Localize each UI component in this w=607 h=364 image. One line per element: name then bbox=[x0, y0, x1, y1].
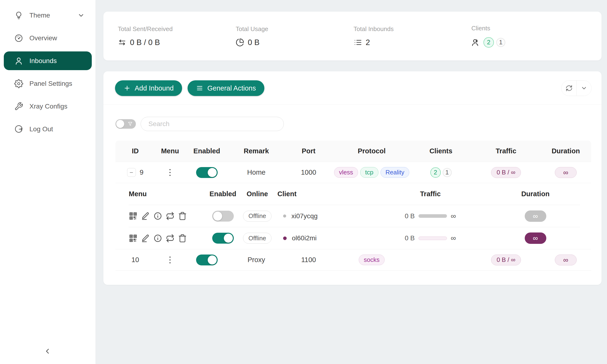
sidebar-item-overview[interactable]: Overview bbox=[4, 29, 92, 47]
col-header-online: Online bbox=[237, 190, 277, 198]
toggle-knob bbox=[224, 234, 233, 243]
info-icon[interactable] bbox=[153, 234, 162, 243]
client-status-dot bbox=[283, 236, 287, 240]
search-input[interactable] bbox=[141, 117, 284, 131]
sidebar-item-label: Panel Settings bbox=[29, 80, 85, 88]
pie-chart-icon bbox=[236, 38, 244, 47]
duration-pill: ∞ bbox=[525, 210, 546, 222]
info-icon[interactable] bbox=[153, 212, 162, 221]
protocol-tag: socks bbox=[359, 255, 384, 265]
inbound-remark: Home bbox=[229, 169, 284, 176]
stat-clients: Clients 2 1 bbox=[471, 25, 589, 48]
client-name: ol60i2mi bbox=[292, 234, 317, 242]
col-header-clients: Clients bbox=[410, 147, 472, 155]
sidebar-item-inbounds[interactable]: Inbounds bbox=[4, 52, 92, 70]
traffic-progress-bar bbox=[419, 214, 447, 218]
traffic-used: 0 B bbox=[405, 212, 415, 220]
client-enabled-toggle[interactable] bbox=[212, 211, 234, 221]
expanded-client-section: Menu Enabled Online Client Traffic Durat… bbox=[116, 183, 591, 249]
people-icon bbox=[471, 38, 480, 47]
add-inbound-button[interactable]: Add Inbound bbox=[115, 80, 182, 96]
client-name: xi07ycqg bbox=[291, 212, 318, 220]
col-header-enabled: Enabled bbox=[209, 190, 237, 198]
client-table-header-row: Menu Enabled Online Client Traffic Durat… bbox=[129, 183, 580, 205]
sidebar-item-xray-configs[interactable]: Xray Configs bbox=[4, 97, 92, 116]
clients-disabled-badge: 1 bbox=[443, 168, 452, 177]
table-header-row: ID Menu Enabled Remark Port Protocol Cli… bbox=[116, 141, 591, 162]
qrcode-icon[interactable] bbox=[129, 234, 138, 243]
chevron-left-icon bbox=[43, 347, 52, 355]
sidebar-item-panel-settings[interactable]: Panel Settings bbox=[4, 74, 92, 93]
client-row: Offline ol60i2mi 0 B ∞ ∞ bbox=[129, 227, 580, 249]
speedometer-icon bbox=[14, 34, 23, 43]
inbound-enabled-toggle[interactable] bbox=[196, 255, 218, 265]
col-header-duration: Duration bbox=[540, 147, 591, 155]
filter-toggle[interactable] bbox=[116, 119, 136, 129]
edit-icon[interactable] bbox=[141, 212, 150, 221]
refresh-button[interactable] bbox=[561, 80, 576, 96]
sidebar-item-label: Xray Configs bbox=[29, 103, 85, 110]
inbound-enabled-toggle[interactable] bbox=[196, 167, 218, 178]
delete-icon[interactable] bbox=[178, 234, 187, 243]
stats-card: Total Sent/Received 0 B / 0 B Total Usag… bbox=[103, 12, 602, 60]
clients-online-badge: 2 bbox=[430, 167, 441, 178]
sidebar-collapse-button[interactable] bbox=[40, 344, 54, 358]
sidebar-item-theme[interactable]: Theme bbox=[4, 6, 92, 25]
stat-total-usage: Total Usage 0 B bbox=[236, 25, 354, 47]
row-menu-kebab-icon[interactable] bbox=[166, 167, 174, 178]
refresh-dropdown-button[interactable] bbox=[576, 80, 591, 96]
list-icon bbox=[354, 38, 362, 47]
stat-value: 0 B / 0 B bbox=[130, 38, 160, 47]
wrench-icon bbox=[14, 102, 23, 111]
duration-pill: ∞ bbox=[525, 233, 546, 244]
protocol-tag: tcp bbox=[360, 167, 378, 178]
col-header-id: ID bbox=[116, 147, 155, 155]
online-status-badge: Offline bbox=[243, 211, 272, 221]
reset-icon[interactable] bbox=[166, 234, 174, 243]
col-header-remark: Remark bbox=[229, 147, 284, 155]
col-header-menu: Menu bbox=[129, 190, 209, 198]
general-actions-button[interactable]: General Actions bbox=[187, 80, 264, 96]
traffic-pill: 0 B / ∞ bbox=[491, 255, 521, 265]
traffic-progress-bar bbox=[419, 236, 447, 240]
qrcode-icon[interactable] bbox=[129, 212, 138, 221]
sidebar: Theme Overview Inbounds Panel Settings bbox=[0, 0, 95, 364]
stat-label: Total Usage bbox=[236, 25, 354, 33]
plus-icon bbox=[123, 85, 131, 92]
stat-value: 0 B bbox=[248, 38, 260, 47]
refresh-icon bbox=[566, 85, 572, 91]
protocol-tag: Reality bbox=[381, 167, 409, 178]
edit-icon[interactable] bbox=[141, 234, 150, 243]
collapse-row-button[interactable] bbox=[127, 168, 136, 177]
toggle-knob bbox=[208, 168, 217, 177]
search-row bbox=[103, 105, 602, 131]
reset-icon[interactable] bbox=[166, 212, 174, 221]
add-inbound-label: Add Inbound bbox=[135, 84, 173, 92]
main-content: Total Sent/Received 0 B / 0 B Total Usag… bbox=[95, 0, 607, 364]
inbound-id: 9 bbox=[140, 169, 144, 176]
inbound-remark: Proxy bbox=[229, 256, 284, 264]
chevron-down-icon bbox=[581, 85, 587, 91]
stat-total-inbounds: Total Inbounds 2 bbox=[354, 25, 471, 47]
delete-icon[interactable] bbox=[178, 212, 187, 221]
table-row: 10 Proxy 1100 socks 0 bbox=[116, 249, 591, 271]
client-row: Offline xi07ycqg 0 B ∞ ∞ bbox=[129, 205, 580, 227]
row-menu-kebab-icon[interactable] bbox=[166, 254, 174, 266]
toolbar: Add Inbound General Actions bbox=[103, 71, 602, 96]
col-header-enabled: Enabled bbox=[185, 147, 229, 155]
col-header-traffic: Traffic bbox=[370, 190, 491, 198]
traffic-limit: ∞ bbox=[451, 212, 456, 221]
clients-disabled-badge: 1 bbox=[496, 38, 505, 47]
col-header-protocol: Protocol bbox=[333, 147, 410, 155]
client-enabled-toggle[interactable] bbox=[212, 233, 234, 244]
bulb-icon bbox=[14, 11, 23, 20]
sidebar-item-label: Log Out bbox=[29, 125, 85, 133]
online-status-badge: Offline bbox=[243, 233, 272, 244]
col-header-client: Client bbox=[277, 190, 370, 198]
minus-icon bbox=[129, 170, 134, 175]
toggle-knob bbox=[208, 256, 217, 264]
protocol-tag: vless bbox=[334, 167, 358, 178]
sidebar-item-log-out[interactable]: Log Out bbox=[4, 120, 92, 138]
stat-label: Clients bbox=[471, 25, 589, 32]
col-header-traffic: Traffic bbox=[472, 147, 540, 155]
